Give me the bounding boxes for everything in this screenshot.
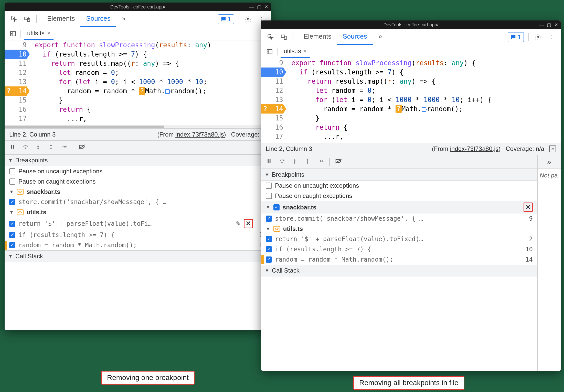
gutter-line[interactable]: 17 — [261, 132, 283, 141]
gutter-line[interactable]: 17 — [5, 114, 27, 123]
gutter-line[interactable]: 16 — [261, 123, 283, 132]
step-over-icon[interactable] — [278, 158, 286, 165]
checkbox[interactable] — [266, 193, 272, 199]
breakpoint-item[interactable]: return '$' + parseFloat(value).toFi… ✎ ✕… — [5, 217, 271, 230]
maximize-icon[interactable]: ▢ — [547, 22, 551, 28]
pause-uncaught-row[interactable]: Pause on uncaught exceptions — [261, 181, 537, 191]
pause-uncaught-row[interactable]: Pause on uncaught exceptions — [5, 166, 271, 176]
gutter-line[interactable]: 15 — [5, 96, 27, 105]
breakpoint-group-utils[interactable]: ▼ <> utils.ts — [5, 207, 271, 217]
edit-icon[interactable]: ✎ — [236, 220, 241, 227]
gear-icon[interactable] — [244, 15, 252, 24]
gutter-line[interactable]: 13 — [261, 95, 283, 104]
delete-all-breakpoints-icon[interactable]: ✕ — [524, 203, 533, 212]
checkbox[interactable] — [266, 246, 272, 252]
breakpoint-item[interactable]: if (results.length >= 7) { 10 — [261, 244, 537, 254]
checkbox[interactable] — [9, 178, 15, 185]
callstack-section-header[interactable]: ▼ Call Stack — [261, 265, 537, 276]
more-icon[interactable]: ⋮ — [547, 33, 556, 41]
checkbox[interactable] — [9, 199, 15, 205]
breakpoint-group-utils[interactable]: ▼ <> utils.ts — [261, 224, 537, 234]
breakpoint-marker-line-10[interactable]: 10 — [5, 50, 27, 59]
code-editor[interactable]: 9 10 11 12 13 14 15 16 17 export functio… — [5, 40, 271, 125]
tab-more-icon[interactable]: » — [373, 29, 388, 45]
close-icon[interactable]: ✕ — [554, 22, 558, 28]
checkbox[interactable] — [273, 204, 280, 210]
code-content[interactable]: export function slowProcessing(results: … — [287, 58, 561, 143]
pause-icon[interactable] — [9, 144, 16, 151]
source-map-link[interactable]: index-73f73a80.js — [175, 131, 224, 138]
maximize-icon[interactable]: ▢ — [257, 4, 261, 10]
breakpoint-group-snackbar[interactable]: ▼ snackbar.ts ✕ — [261, 201, 537, 214]
navigator-toggle-icon[interactable] — [9, 29, 17, 38]
gutter-line[interactable]: 15 — [261, 114, 283, 123]
conditional-breakpoint-marker-line-14[interactable]: 14 — [5, 86, 27, 96]
navigator-toggle-icon[interactable] — [265, 47, 274, 56]
deactivate-breakpoints-icon[interactable] — [78, 144, 86, 151]
delete-breakpoint-icon[interactable]: ✕ — [244, 219, 253, 228]
gutter-line[interactable]: 12 — [5, 68, 27, 77]
checkbox[interactable] — [9, 168, 15, 174]
breakpoint-marker-line-10[interactable]: 10 — [261, 68, 283, 77]
expand-icon[interactable] — [549, 145, 556, 152]
breakpoints-section-header[interactable]: ▼ Breakpoints — [5, 154, 271, 166]
device-icon[interactable] — [280, 33, 288, 41]
step-out-icon[interactable] — [47, 143, 55, 152]
checkbox[interactable] — [9, 242, 15, 248]
pause-caught-row[interactable]: Pause on caught exceptions — [5, 176, 271, 187]
checkbox[interactable] — [266, 183, 272, 189]
breakpoint-item[interactable]: return '$' + parseFloat(value).toFixed(…… — [261, 234, 537, 244]
side-panel-more[interactable]: » — [538, 155, 561, 169]
tab-more-icon[interactable]: » — [116, 11, 131, 27]
tab-sources[interactable]: Sources — [337, 29, 373, 45]
gear-icon[interactable] — [534, 33, 542, 41]
source-map-link[interactable]: index-73f73a80.js — [450, 145, 498, 152]
device-icon[interactable] — [23, 15, 32, 24]
breakpoints-section-header[interactable]: ▼ Breakpoints — [261, 169, 537, 181]
code-editor[interactable]: 9 10 11 12 13 14 15 16 17 export functio… — [261, 58, 561, 143]
checkbox[interactable] — [266, 216, 272, 222]
gutter-line[interactable]: 9 — [261, 58, 283, 68]
minimize-icon[interactable]: — — [539, 22, 544, 28]
inspect-icon[interactable] — [10, 15, 18, 24]
close-tab-icon[interactable]: × — [47, 30, 50, 37]
checkbox[interactable] — [9, 232, 15, 238]
tab-elements[interactable]: Elements — [41, 11, 80, 27]
line-gutter[interactable]: 9 10 11 12 13 14 15 16 17 — [261, 58, 287, 143]
console-drawer-button[interactable]: 1 — [508, 32, 524, 42]
pause-icon[interactable] — [265, 158, 273, 165]
horizontal-scrollbar[interactable] — [5, 125, 271, 128]
close-tab-icon[interactable]: × — [304, 48, 307, 54]
file-tab-utils[interactable]: utils.ts × — [281, 45, 310, 58]
file-tab-utils[interactable]: utils.ts × — [24, 27, 54, 40]
step-out-icon[interactable] — [304, 158, 311, 166]
minimize-icon[interactable]: — — [249, 4, 254, 10]
step-icon[interactable] — [316, 158, 324, 165]
breakpoint-item[interactable]: store.commit('snackbar/showMessage', { …… — [5, 197, 271, 207]
breakpoint-item[interactable]: random = random * Math.random(); 14 — [261, 254, 537, 265]
code-content[interactable]: export function slowProcessing(results: … — [30, 40, 271, 125]
pause-caught-row[interactable]: Pause on caught exceptions — [261, 191, 537, 201]
callstack-section-header[interactable]: ▼ Call Stack — [5, 250, 271, 262]
gutter-line[interactable]: 16 — [5, 105, 27, 114]
inspect-icon[interactable] — [266, 33, 275, 41]
gutter-line[interactable]: 12 — [261, 86, 283, 95]
console-drawer-button[interactable]: 1 — [218, 14, 234, 24]
breakpoint-group-snackbar[interactable]: ▼ <> snackbar.ts — [5, 187, 271, 197]
gutter-line[interactable]: 11 — [261, 77, 283, 86]
checkbox[interactable] — [266, 236, 272, 242]
deactivate-breakpoints-icon[interactable] — [335, 158, 343, 166]
step-over-icon[interactable] — [22, 144, 29, 151]
breakpoint-item[interactable]: store.commit('snackbar/showMessage', { …… — [261, 214, 537, 224]
gutter-line[interactable]: 9 — [5, 40, 27, 50]
checkbox[interactable] — [9, 221, 15, 227]
tab-sources[interactable]: Sources — [80, 11, 116, 27]
gutter-line[interactable]: 13 — [5, 77, 27, 86]
step-into-icon[interactable] — [291, 158, 299, 166]
line-gutter[interactable]: 9 10 11 12 13 14 15 16 17 — [5, 40, 30, 125]
step-into-icon[interactable] — [34, 143, 42, 152]
checkbox[interactable] — [266, 256, 272, 263]
tab-elements[interactable]: Elements — [298, 29, 337, 45]
conditional-breakpoint-marker-line-14[interactable]: 14 — [261, 104, 283, 114]
breakpoint-item[interactable]: random = random * Math.random(); 14 — [5, 240, 271, 250]
